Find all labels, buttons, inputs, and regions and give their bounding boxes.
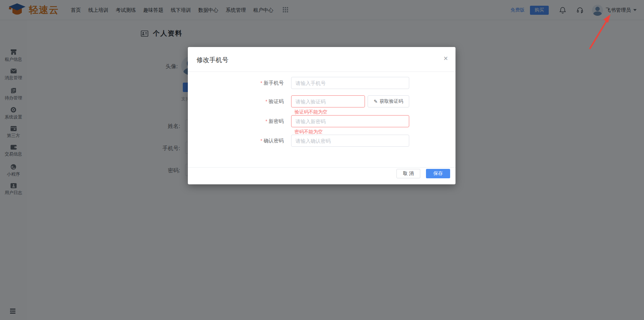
- new-password-label: *新密码: [188, 118, 287, 125]
- new-password-error: 密码不能为空: [294, 129, 323, 135]
- modal-footer-divider: [188, 167, 455, 168]
- modal-header: 修改手机号 ✕: [188, 47, 455, 72]
- required-mark: *: [266, 119, 267, 124]
- confirm-password-row: *确认密码: [188, 135, 455, 147]
- new-phone-input[interactable]: [291, 77, 409, 89]
- edit-pencil-icon: ✎: [374, 99, 378, 104]
- new-phone-row: *新手机号: [188, 77, 455, 89]
- new-phone-label: *新手机号: [188, 80, 287, 86]
- confirm-password-label: *确认密码: [188, 138, 287, 144]
- get-code-button[interactable]: ✎获取验证码: [368, 95, 409, 107]
- cancel-button[interactable]: 取 消: [396, 169, 420, 178]
- close-icon[interactable]: ✕: [443, 56, 448, 61]
- change-phone-modal: 修改手机号 ✕ *新手机号 *验证码 ✎获取验证码 验证码不能为空 *新密码 密…: [188, 47, 455, 184]
- required-mark: *: [261, 80, 262, 86]
- modal-title: 修改手机号: [197, 56, 228, 64]
- required-mark: *: [261, 138, 262, 143]
- new-password-input[interactable]: [291, 115, 409, 127]
- verification-code-error: 验证码不能为空: [294, 109, 327, 115]
- verification-code-row: *验证码 ✎获取验证码: [188, 95, 455, 107]
- required-mark: *: [266, 99, 267, 104]
- verification-code-label: *验证码: [188, 98, 287, 105]
- confirm-password-input[interactable]: [291, 135, 409, 147]
- save-button[interactable]: 保存: [426, 169, 450, 178]
- new-password-row: *新密码: [188, 115, 455, 127]
- verification-code-input[interactable]: [291, 95, 365, 107]
